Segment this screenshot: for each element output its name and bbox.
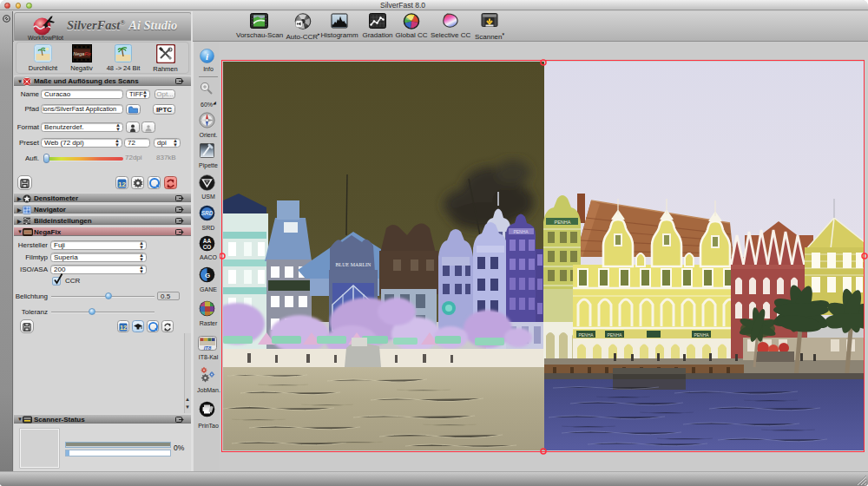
svg-text:12: 12 — [120, 323, 127, 331]
svg-text:SRD: SRD — [201, 210, 214, 216]
svg-text:NegaFix: NegaFix — [73, 51, 91, 56]
svg-text:IT8: IT8 — [204, 345, 212, 351]
svg-text:12: 12 — [118, 180, 126, 187]
svg-text:AA: AA — [203, 238, 212, 244]
svg-text:G: G — [205, 272, 210, 279]
svg-text:CO: CO — [203, 244, 212, 250]
